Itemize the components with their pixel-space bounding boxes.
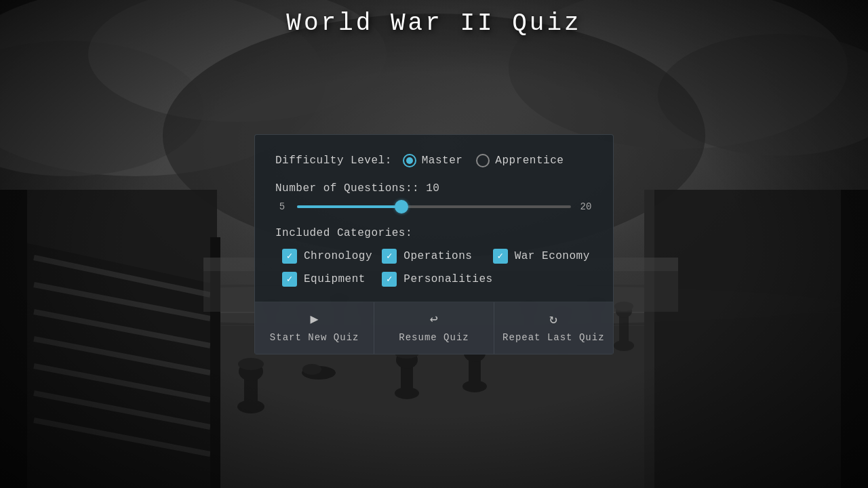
slider-track[interactable]: [297, 205, 571, 208]
radio-option-apprentice[interactable]: Apprentice: [476, 154, 564, 167]
difficulty-row: Difficulty Level: Master Apprentice: [275, 154, 593, 167]
categories-label: Included Categories:: [275, 227, 593, 239]
checkbox-equipment: ✓: [282, 272, 297, 287]
button-bar: ▶ Start New Quiz ↩ Resume Quiz ↻ Repeat …: [255, 302, 613, 354]
categories-grid: ✓ Chronology ✓ Operations ✓ War Economy: [275, 249, 593, 287]
dialog-overlay: Difficulty Level: Master Apprentice Numb…: [0, 0, 868, 488]
slider-max: 20: [579, 201, 593, 212]
category-personalities[interactable]: ✓ Personalities: [382, 272, 492, 287]
checkbox-operations: ✓: [382, 249, 397, 264]
radio-circle-apprentice: [476, 154, 490, 167]
repeat-quiz-label: Repeat Last Quiz: [502, 332, 604, 343]
start-quiz-label: Start New Quiz: [270, 332, 359, 343]
resume-quiz-label: Resume Quiz: [399, 332, 469, 343]
radio-label-apprentice: Apprentice: [495, 155, 564, 167]
checkbox-personalities: ✓: [382, 272, 397, 287]
start-quiz-button[interactable]: ▶ Start New Quiz: [255, 302, 374, 354]
radio-circle-master: [403, 154, 416, 167]
difficulty-label: Difficulty Level:: [275, 155, 392, 167]
repeat-icon: ↻: [549, 313, 558, 327]
slider-thumb[interactable]: [395, 200, 408, 214]
quiz-settings-dialog: Difficulty Level: Master Apprentice Numb…: [254, 134, 614, 354]
category-label-chronology: Chronology: [304, 250, 372, 262]
category-war-economy[interactable]: ✓ War Economy: [493, 249, 593, 264]
category-label-personalities: Personalities: [403, 273, 492, 285]
radio-label-master: Master: [422, 155, 463, 167]
resume-icon: ↩: [430, 313, 439, 327]
category-chronology[interactable]: ✓ Chronology: [282, 249, 382, 264]
questions-label: Number of Questions:: 10: [275, 182, 593, 195]
slider-fill: [297, 205, 401, 208]
difficulty-radio-group: Master Apprentice: [403, 154, 564, 167]
radio-option-master[interactable]: Master: [403, 154, 463, 167]
repeat-quiz-button[interactable]: ↻ Repeat Last Quiz: [494, 302, 613, 354]
category-label-operations: Operations: [403, 250, 472, 262]
category-equipment[interactable]: ✓ Equipment: [282, 272, 382, 287]
play-icon: ▶: [310, 313, 319, 327]
slider-container: 5 20: [275, 201, 593, 212]
resume-quiz-button[interactable]: ↩ Resume Quiz: [374, 302, 494, 354]
category-operations[interactable]: ✓ Operations: [382, 249, 492, 264]
checkbox-chronology: ✓: [282, 249, 297, 264]
category-label-equipment: Equipment: [304, 273, 366, 285]
slider-min: 5: [275, 201, 289, 212]
questions-row: Number of Questions:: 10 5 20: [275, 182, 593, 212]
category-label-war-economy: War Economy: [515, 250, 590, 262]
categories-section: Included Categories: ✓ Chronology ✓ Oper…: [275, 227, 593, 287]
checkbox-war-economy: ✓: [493, 249, 508, 264]
